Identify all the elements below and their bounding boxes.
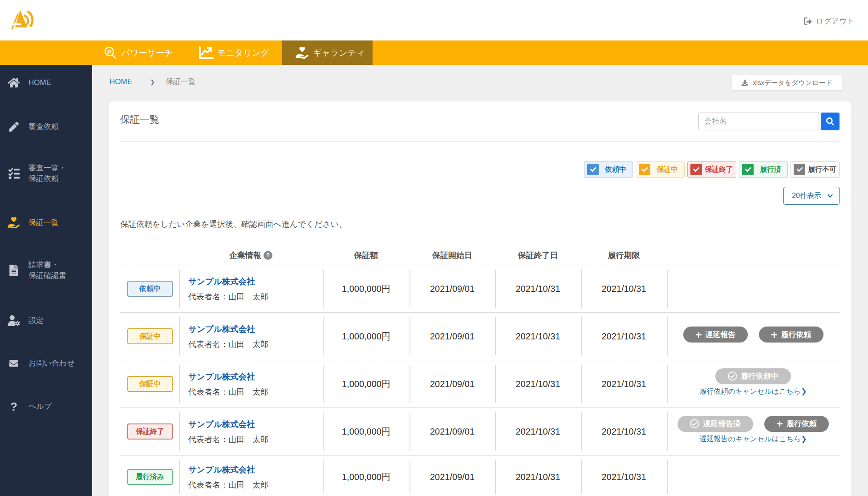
svg-text:P: P (107, 48, 111, 55)
svg-text:?: ? (266, 252, 270, 258)
